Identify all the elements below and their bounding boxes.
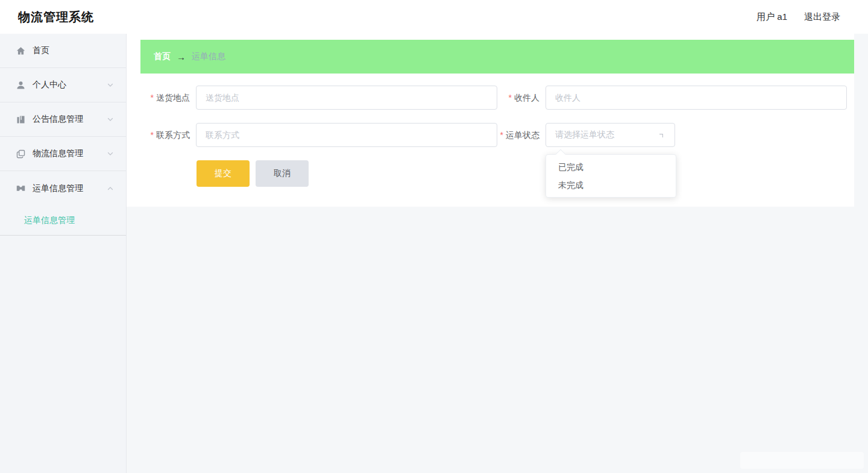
user-icon (16, 80, 26, 90)
watermark (740, 452, 864, 469)
status-select[interactable]: 请选择运单状态 (546, 123, 675, 147)
sidebar-item-home[interactable]: 首页 (0, 34, 126, 68)
logistics-icon (16, 149, 26, 159)
sidebar-subitem-waybill-management[interactable]: 运单信息管理 (0, 205, 126, 236)
sidebar-item-waybill[interactable]: 运单信息管理 (0, 171, 126, 205)
sidebar-item-label: 公告信息管理 (33, 114, 107, 125)
chevron-down-icon (107, 116, 114, 123)
sidebar: 首页 个人中心 公告信息管理 物流信息管理 运单信息管理 (0, 34, 127, 473)
contact-input[interactable] (196, 123, 497, 147)
breadcrumb: 首页 → 运单信息 (140, 40, 854, 74)
breadcrumb-current: 运单信息 (192, 51, 225, 62)
status-select-placeholder: 请选择运单状态 (555, 130, 658, 140)
required-marker: * (151, 93, 154, 102)
contact-label: *联系方式 (127, 123, 190, 147)
breadcrumb-separator: → (177, 52, 186, 62)
logout-link[interactable]: 退出登录 (804, 11, 840, 23)
breadcrumb-home-link[interactable]: 首页 (154, 51, 171, 62)
sidebar-item-label: 运单信息管理 (33, 183, 107, 194)
cancel-button[interactable]: 取消 (256, 160, 309, 187)
delivery-location-input[interactable] (196, 86, 497, 110)
submit-button[interactable]: 提交 (197, 160, 250, 187)
select-arrow-icon (657, 130, 667, 140)
waybill-icon (16, 183, 26, 193)
required-marker: * (151, 130, 154, 140)
sidebar-item-label: 个人中心 (33, 80, 107, 90)
status-option-completed[interactable]: 已完成 (546, 158, 676, 176)
sidebar-item-logistics[interactable]: 物流信息管理 (0, 137, 126, 171)
chevron-down-icon (107, 81, 114, 89)
chevron-down-icon (107, 150, 114, 157)
recipient-label: *收件人 (473, 86, 539, 110)
status-label: *运单状态 (473, 123, 539, 147)
app-header: 物流管理系统 用户 a1 退出登录 (0, 0, 868, 34)
sidebar-item-label: 物流信息管理 (33, 148, 107, 159)
chevron-up-icon (107, 185, 114, 192)
recipient-input[interactable] (546, 86, 847, 110)
sidebar-item-label: 首页 (33, 45, 114, 56)
required-marker: * (509, 93, 512, 102)
required-marker: * (500, 130, 503, 140)
notice-icon (16, 114, 26, 125)
app-title: 物流管理系统 (18, 0, 94, 34)
header-right: 用户 a1 退出登录 (756, 0, 840, 34)
user-label: 用户 a1 (756, 11, 787, 23)
sidebar-subitem-label: 运单信息管理 (24, 215, 75, 226)
sidebar-item-profile[interactable]: 个人中心 (0, 68, 126, 102)
delivery-location-label: *送货地点 (127, 86, 190, 110)
sidebar-item-announcements[interactable]: 公告信息管理 (0, 102, 126, 137)
status-dropdown: 已完成 未完成 (546, 154, 676, 198)
home-icon (16, 46, 26, 56)
status-option-incomplete[interactable]: 未完成 (546, 176, 676, 194)
main-content: 首页 → 运单信息 *送货地点 *收件人 *联系方式 *运单状态 请选择运单状态… (127, 34, 854, 207)
